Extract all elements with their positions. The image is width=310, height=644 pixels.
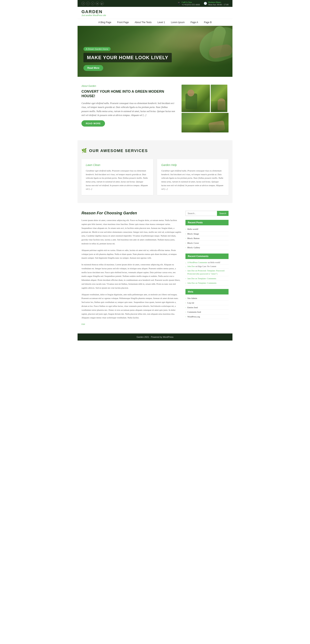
list-item: › Hello world! xyxy=(185,227,229,232)
edit-link[interactable]: Edit xyxy=(81,323,85,325)
list-item: › Comments feed xyxy=(185,310,229,314)
post-link[interactable]: Block: Image xyxy=(187,232,199,236)
main-navigation: A Blog Page Front Page About The Tests L… xyxy=(77,19,233,26)
comment-author: Jane Doe xyxy=(187,278,195,280)
hero-read-more-button[interactable]: Read More xyxy=(83,65,103,71)
sidebar: Search Recent Posts › Hello world! › Blo… xyxy=(185,211,229,322)
site-header: GARDEN Just another WordPress site xyxy=(77,7,233,19)
linkedin-icon[interactable]: in xyxy=(96,2,99,5)
list-item: › John Doe on Template: Comments xyxy=(185,281,229,286)
about-read-more-button[interactable]: READ MORE xyxy=(81,120,105,126)
twitter-icon[interactable]: t xyxy=(86,2,90,5)
post-link[interactable]: Block: Button xyxy=(187,237,200,240)
arrow-icon: › xyxy=(185,306,186,308)
arrow-icon: › xyxy=(185,265,186,268)
meta-entries-feed-link[interactable]: Entries feed xyxy=(187,306,198,309)
arrow-icon: › xyxy=(185,301,186,304)
rss-icon[interactable]: r xyxy=(91,2,94,5)
search-input[interactable] xyxy=(185,211,217,216)
recent-comments-title: Recent Comments xyxy=(185,254,229,259)
comment-author: Jane Doe xyxy=(187,270,195,272)
arrow-icon: › xyxy=(185,282,186,284)
list-item: › Block: Image xyxy=(185,232,229,236)
about-title: CONVERT YOUR HOME INTO A GREEN MODERN HO… xyxy=(81,89,176,98)
hours-value: Mon-Sat: 09:00 - 17:00 xyxy=(208,3,229,6)
nav-page-a[interactable]: Page A xyxy=(191,21,198,24)
nav-front-page[interactable]: Front Page xyxy=(117,21,129,24)
hours-icon: 🕐 xyxy=(204,2,207,5)
list-item: › Entries feed xyxy=(185,305,229,310)
phone-number: +(+01)555-555-4444 xyxy=(182,3,200,6)
services-section: 🌿 OUR AWESOME SERVICES Lawn Clean Curabi… xyxy=(77,140,233,203)
arrow-icon: › xyxy=(185,237,186,239)
nav-blog-page[interactable]: A Blog Page xyxy=(98,21,111,24)
meta-title: Meta xyxy=(185,289,229,294)
logo-tagline: Just another WordPress site xyxy=(81,14,106,16)
meta-wordpress-link[interactable]: WordPress.org xyxy=(187,315,200,318)
search-button[interactable]: Search xyxy=(217,211,229,216)
arrow-icon: › xyxy=(185,269,186,272)
list-item: › A WordPress Commenter on Hello world! xyxy=(185,260,229,264)
about-description: Curabitur eget eleifend nulla. Praesent … xyxy=(81,101,176,117)
nav-page-b[interactable]: Page B xyxy=(204,21,212,24)
arrow-icon: › xyxy=(185,261,186,264)
arrow-icon: › xyxy=(185,246,186,248)
comment-text: on Hello world! xyxy=(208,261,220,264)
service-lawn-description: Curabitur eget eleifend nulla. Praesent … xyxy=(86,169,149,191)
comment-author: John Doe xyxy=(187,282,195,284)
service-card-help: Garden Help Curabitur eget eleifend null… xyxy=(157,159,229,195)
arrow-icon: › xyxy=(185,277,186,280)
logo-brand: GARDEN xyxy=(81,9,106,14)
hours-item: 🕐 Business Hours Mon-Sat: 09:00 - 17:00 xyxy=(204,1,229,6)
contact-info: 📱 Call Us Now +(+01)555-555-4444 🕐 Busin… xyxy=(177,1,229,6)
facebook-icon[interactable]: f xyxy=(81,2,85,5)
comment-text-link[interactable]: on Template: Comments xyxy=(195,277,216,280)
services-title: OUR AWESOME SERVICES xyxy=(89,148,148,153)
googleplus-icon[interactable]: g+ xyxy=(100,2,104,5)
comment-text: on Edge Case: No Content xyxy=(195,265,216,268)
hero-subtitle: A Dream Garden Home xyxy=(83,47,111,51)
list-item: › John Doe on Edge Case: No Content xyxy=(185,264,229,268)
arrow-icon: › xyxy=(185,228,186,230)
meta-comments-feed-link[interactable]: Comments feed xyxy=(187,310,201,314)
post-link[interactable]: Block: Cover xyxy=(187,242,199,245)
post-link[interactable]: Block: Gallery xyxy=(187,246,200,249)
content-para-1: Lorem ipsum dolor sit amet, consectetur … xyxy=(81,218,182,246)
list-item: › Jane Doe on Protected: Template: Passw… xyxy=(185,268,229,276)
meta-logout-link[interactable]: Log out xyxy=(187,301,194,304)
comment-author: John Doe xyxy=(187,265,195,268)
content-para-3: In euismod rhoncus tellus id maximus. Lo… xyxy=(81,263,182,290)
post-link[interactable]: Hello world! xyxy=(187,228,199,231)
services-grid: Lawn Clean Curabitur eget eleifend nulla… xyxy=(81,159,229,195)
logo: GARDEN Just another WordPress site xyxy=(81,9,106,16)
search-widget: Search xyxy=(185,211,229,216)
social-icons: f t r in g+ xyxy=(81,2,104,5)
nav-level1[interactable]: Level 1 xyxy=(157,21,165,24)
recent-comments-widget: Recent Comments › A WordPress Commenter … xyxy=(185,254,229,286)
site-footer: Garden 2021 · Powered by WordPress xyxy=(77,334,233,340)
service-help-title: Garden Help xyxy=(161,164,224,166)
phone-label: Call Us Now xyxy=(182,1,200,3)
list-item: › Block: Gallery xyxy=(185,245,229,250)
nav-lorem[interactable]: Lorem Ipsum xyxy=(171,21,185,24)
about-image-side xyxy=(211,85,227,112)
meta-list: › Site Admin › Log out › Entries feed › … xyxy=(185,296,229,319)
meta-site-admin-link[interactable]: Site Admin xyxy=(187,297,197,300)
comment-text-link[interactable]: on Template: Comments xyxy=(195,282,216,284)
main-content: Reason For Choosing Garden Lorem ipsum d… xyxy=(81,211,182,326)
meta-widget: Meta › Site Admin › Log out › Entries fe… xyxy=(185,289,229,319)
service-help-description: Curabitur eget eleifend nulla. Praesent … xyxy=(161,169,224,191)
content-para-2: Aliquam pulvinar sagittis nisl eu varius… xyxy=(81,248,182,260)
services-plant-icon: 🌿 xyxy=(81,148,87,153)
content-title: Reason For Choosing Garden xyxy=(81,211,182,215)
service-lawn-title: Lawn Clean xyxy=(86,164,149,166)
arrow-icon: › xyxy=(185,297,186,299)
hours-label: Business Hours xyxy=(208,1,229,3)
list-item: › Site Admin xyxy=(185,296,229,301)
nav-about[interactable]: About The Tests xyxy=(135,21,152,24)
arrow-icon: › xyxy=(185,242,186,244)
phone-icon: 📱 xyxy=(177,2,180,5)
content-para-4: Aliquam vestibulum, dolor et feugiat dig… xyxy=(81,293,182,320)
arrow-icon: › xyxy=(185,315,186,318)
recent-comments-list: › A WordPress Commenter on Hello world! … xyxy=(185,260,229,286)
